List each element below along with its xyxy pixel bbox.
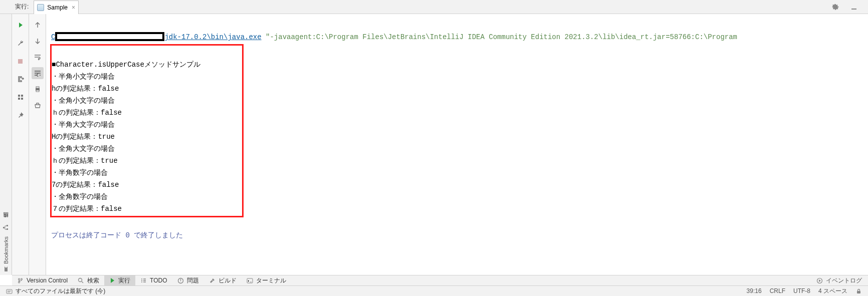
caret-position[interactable]: 39:16 [747,287,762,294]
out-line: ・半角数字の場合 [52,169,108,177]
tab-version-control[interactable]: Version Control [12,275,73,285]
minimize-icon[interactable] [848,1,860,13]
run-actions-column [12,14,29,275]
pin-icon[interactable] [15,109,27,121]
svg-rect-2 [7,225,9,226]
lock-icon[interactable] [855,288,862,294]
console-output[interactable]: Cjdk-17.0.2\bin\java.exe "-javaagent:C:\… [46,14,868,275]
branch-icon [17,277,24,284]
status-message: すべてのファイルは最新です (今) [16,287,105,295]
out-line: ・半角大文字の場合 [52,121,115,129]
exit-icon[interactable] [15,73,27,85]
encoding[interactable]: UTF-8 [793,287,810,294]
out-line: hの判定結果：false [52,85,119,93]
svg-rect-7 [18,98,20,100]
wrench-icon[interactable] [15,37,27,49]
down-icon[interactable] [32,35,44,47]
status-icon [6,288,13,294]
stop-icon[interactable] [15,55,27,67]
print-icon[interactable] [32,83,44,95]
svg-rect-4 [18,59,23,64]
tab-title: Sample [47,4,68,11]
svg-rect-6 [21,95,23,97]
event-log-icon [816,277,823,284]
svg-rect-5 [18,95,20,97]
indent[interactable]: 4 スペース [818,287,847,295]
svg-rect-14 [247,278,253,283]
app-icon [37,4,44,11]
cmd-jdk-path: jdk-17.0.2\bin\java.exe [164,33,261,41]
out-line: Hの判定結果：true [52,133,115,141]
svg-rect-8 [21,98,23,100]
soft-wrap-icon[interactable] [32,51,44,63]
redacted-box [55,32,164,41]
tab-label: ビルド [219,276,237,285]
out-line: 7の判定結果：false [52,181,119,189]
up-icon[interactable] [32,19,44,31]
tab-label: TODO [150,277,167,284]
svg-point-12 [79,278,82,281]
tab-search[interactable]: 検索 [73,275,104,285]
run-tab-sample[interactable]: Sample × [34,1,79,14]
out-line: ・全角小文字の場合 [52,97,115,105]
tab-label: ターミナル [256,276,286,285]
process-exit-line: プロセスは終了コード 0 で終了しました [51,231,183,239]
out-line: ７の判定結果：false [52,205,122,213]
list-icon [140,277,147,284]
tab-build[interactable]: ビルド [204,275,242,285]
tab-label: 実行 [118,276,130,285]
svg-rect-1 [7,228,9,230]
bookmarks-label: Bookmarks [3,236,9,264]
tab-run[interactable]: 実行 [104,275,135,285]
layout-icon[interactable] [15,91,27,103]
highlighted-output: ■Character.isUpperCaseメソッドサンプル ・半角小文字の場合… [50,44,244,217]
tab-label: Version Control [27,277,68,284]
clear-icon[interactable] [32,99,44,111]
svg-rect-16 [7,289,12,293]
out-line: ・半角小文字の場合 [52,73,115,81]
tab-event-log[interactable]: イベントログ [826,276,862,285]
left-stripe: 構造 Bookmarks [0,14,12,275]
cmd-drive: C [51,33,55,41]
hammer-icon [209,277,215,284]
terminal-icon [247,277,253,284]
tab-terminal[interactable]: ターミナル [242,275,291,285]
status-bar: すべてのファイルは最新です (今) 39:16 CRLF UTF-8 4 スペー… [0,285,868,296]
tab-label: 問題 [187,276,199,285]
tab-todo[interactable]: TODO [135,275,172,285]
console-actions-column [29,14,46,275]
line-ending[interactable]: CRLF [770,287,785,294]
tab-label: 検索 [87,276,99,285]
out-line: ｈの判定結果：true [52,157,118,165]
sidebar-structure[interactable]: 構造 [2,222,10,230]
svg-rect-0 [851,9,856,10]
rerun-icon[interactable] [15,19,27,31]
search-icon [78,277,84,284]
cmd-args: "-javaagent:C:\Program Files\JetBrains\I… [262,33,737,41]
play-icon [109,277,115,283]
svg-rect-3 [4,227,5,228]
svg-rect-17 [857,291,860,293]
tab-problems[interactable]: 問題 [172,275,204,285]
out-line: ｈの判定結果：false [52,109,122,117]
bottom-tool-tabs: Version Control 検索 実行 TODO 問題 ビルド ターミナル … [12,275,868,285]
out-line: ・全角数字の場合 [52,193,108,201]
svg-rect-11 [36,90,39,92]
svg-rect-10 [36,87,39,88]
problems-icon [177,277,184,284]
scroll-to-end-icon[interactable] [32,67,44,79]
out-line: ■Character.isUpperCaseメソッドサンプル [52,61,200,69]
gear-icon[interactable] [829,1,841,13]
run-label: 実行: [15,3,29,11]
out-line: ・全角大文字の場合 [52,145,115,153]
sidebar-bookmarks[interactable]: Bookmarks [3,236,9,272]
run-tool-header: 実行: Sample × [0,0,868,14]
close-icon[interactable]: × [72,4,75,11]
